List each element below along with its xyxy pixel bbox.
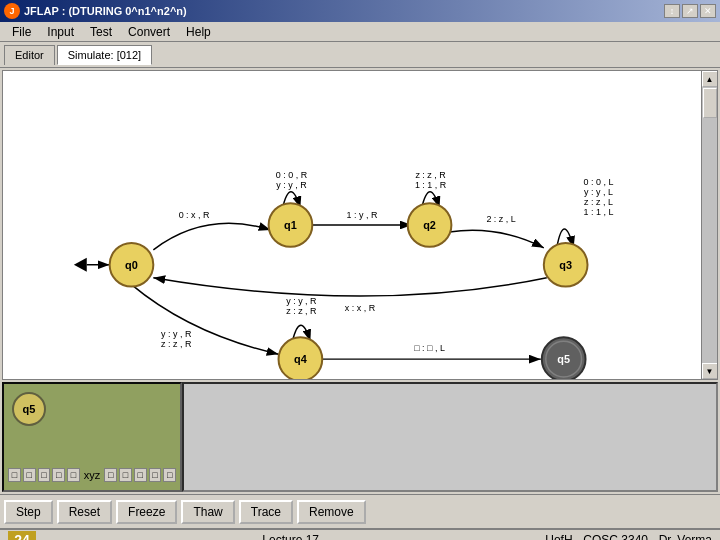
window-controls[interactable]: ↕ ↗ ✕: [664, 4, 716, 18]
svg-text:1 : 1 , R: 1 : 1 , R: [415, 180, 447, 190]
canvas-area: 0 : x , R y : y , R z : z , R y : y , R …: [2, 70, 718, 380]
svg-text:1 : 1 , L: 1 : 1 , L: [584, 207, 614, 217]
slide-number: 24: [8, 531, 36, 540]
tape-display: □ □ □ □ □ xyz □ □ □ □ □: [8, 468, 176, 482]
sim-state-panel: q5 □ □ □ □ □ xyz □ □ □ □ □: [2, 382, 182, 492]
diagram-svg: 0 : x , R y : y , R z : z , R y : y , R …: [3, 71, 717, 379]
svg-text:z : z , R: z : z , R: [161, 339, 192, 349]
svg-text:0 : 0 , R: 0 : 0 , R: [276, 170, 308, 180]
tape-cell-4: □: [67, 468, 80, 482]
svg-text:q4: q4: [294, 353, 307, 365]
svg-text:z : z , R: z : z , R: [415, 170, 446, 180]
app-icon: J: [4, 3, 20, 19]
footer: 24 Lecture 17 UofH - COSC 3340 - Dr. Ver…: [0, 528, 720, 540]
svg-text:□ : □ , L: □ : □ , L: [414, 343, 445, 353]
menu-help[interactable]: Help: [178, 23, 219, 41]
scroll-thumb[interactable]: [703, 88, 717, 118]
tape-cell-7: □: [119, 468, 132, 482]
svg-text:0 : x , R: 0 : x , R: [179, 210, 210, 220]
window-title: JFLAP : (DTURING 0^n1^n2^n): [24, 5, 187, 17]
svg-text:1 : y , R: 1 : y , R: [347, 210, 378, 220]
tape-cell-10: □: [163, 468, 176, 482]
menu-file[interactable]: File: [4, 23, 39, 41]
svg-text:q0: q0: [125, 259, 138, 271]
svg-text:q1: q1: [284, 219, 297, 231]
svg-text:z : z , R: z : z , R: [286, 306, 317, 316]
tab-simulate[interactable]: Simulate: [012]: [57, 45, 152, 65]
menu-test[interactable]: Test: [82, 23, 120, 41]
reset-button[interactable]: Reset: [57, 500, 112, 524]
svg-text:0 : 0 , L: 0 : 0 , L: [584, 177, 614, 187]
svg-text:q3: q3: [559, 259, 572, 271]
svg-text:x : x , R: x : x , R: [345, 303, 376, 313]
tape-label-xyz: xyz: [84, 469, 101, 481]
scroll-down-button[interactable]: ▼: [702, 363, 718, 379]
menu-convert[interactable]: Convert: [120, 23, 178, 41]
toolbar: Editor Simulate: [012]: [0, 42, 720, 68]
action-bar: Step Reset Freeze Thaw Trace Remove: [0, 494, 720, 528]
menu-bar: File Input Test Convert Help: [0, 22, 720, 42]
close-button[interactable]: ✕: [700, 4, 716, 18]
svg-text:y : y , R: y : y , R: [161, 329, 192, 339]
tape-cell-1: □: [23, 468, 36, 482]
menu-input[interactable]: Input: [39, 23, 82, 41]
thaw-button[interactable]: Thaw: [181, 500, 234, 524]
tape-cell-8: □: [134, 468, 147, 482]
step-button[interactable]: Step: [4, 500, 53, 524]
svg-text:q2: q2: [423, 219, 436, 231]
tape-cell-3: □: [52, 468, 65, 482]
svg-text:z : z , L: z : z , L: [584, 197, 613, 207]
tape-cell-9: □: [149, 468, 162, 482]
title-bar-left: J JFLAP : (DTURING 0^n1^n2^n): [4, 3, 187, 19]
sim-right-panel: [182, 382, 718, 492]
tape-cell-6: □: [104, 468, 117, 482]
lecture-label: Lecture 17: [262, 533, 319, 540]
svg-text:y : y , R: y : y , R: [286, 296, 317, 306]
freeze-button[interactable]: Freeze: [116, 500, 177, 524]
scroll-track[interactable]: [702, 87, 718, 363]
simulation-panel: q5 □ □ □ □ □ xyz □ □ □ □ □: [2, 382, 718, 492]
minimize-button[interactable]: ↕: [664, 4, 680, 18]
scrollbar-vertical[interactable]: ▲ ▼: [701, 71, 717, 379]
svg-text:q5: q5: [557, 353, 570, 365]
maximize-button[interactable]: ↗: [682, 4, 698, 18]
trace-button[interactable]: Trace: [239, 500, 293, 524]
title-bar: J JFLAP : (DTURING 0^n1^n2^n) ↕ ↗ ✕: [0, 0, 720, 22]
svg-text:2 : z , L: 2 : z , L: [486, 214, 515, 224]
current-state-display: q5: [12, 392, 46, 426]
svg-text:y : y , R: y : y , R: [276, 180, 307, 190]
tab-editor[interactable]: Editor: [4, 45, 55, 65]
tape-cell-0: □: [8, 468, 21, 482]
remove-button[interactable]: Remove: [297, 500, 366, 524]
tape-cell-2: □: [38, 468, 51, 482]
scroll-up-button[interactable]: ▲: [702, 71, 718, 87]
svg-marker-2: [74, 258, 87, 272]
course-info: UofH - COSC 3340 - Dr. Verma: [545, 533, 712, 540]
svg-text:y : y , L: y : y , L: [584, 187, 613, 197]
